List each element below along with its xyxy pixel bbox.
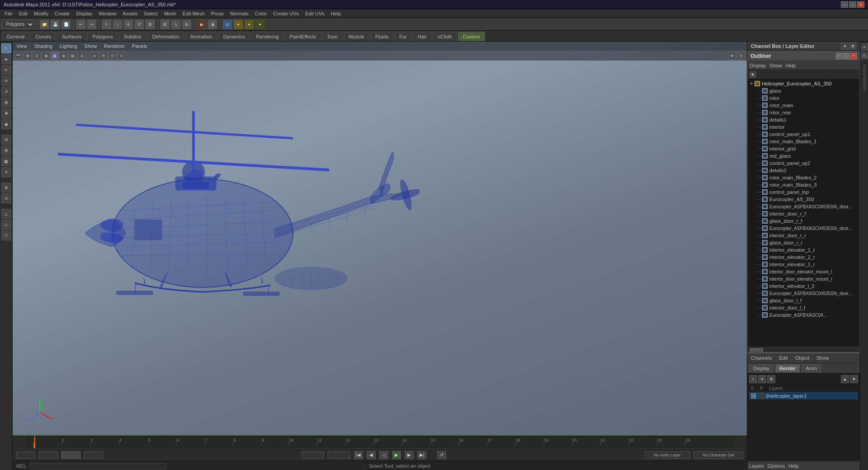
outliner-item-gdl-f[interactable]: ─○ glass_door_l_f bbox=[748, 297, 859, 304]
rotate-tool-button[interactable]: ↺ bbox=[134, 19, 144, 29]
render-button[interactable]: ▶ bbox=[197, 19, 207, 29]
menu-edit-mesh[interactable]: Edit Mesh bbox=[180, 10, 208, 17]
tab-muscle[interactable]: Muscle bbox=[344, 32, 369, 41]
snap-curve-button[interactable]: ∿ bbox=[171, 19, 181, 29]
ae-btn-1[interactable]: ◈ bbox=[861, 43, 868, 51]
new-layer-button[interactable]: + bbox=[749, 375, 757, 383]
menu-edit[interactable]: Edit bbox=[16, 10, 30, 17]
light1-button[interactable]: ● bbox=[233, 19, 243, 29]
current-time-field[interactable]: 1.00 bbox=[39, 451, 58, 459]
object-tab-cb[interactable]: Object bbox=[791, 353, 813, 363]
timeline-ruler[interactable]: 1 2 3 4 5 6 7 bbox=[25, 436, 733, 448]
maximize-button[interactable]: □ bbox=[849, 1, 856, 8]
character-set-display[interactable]: No Character Set bbox=[693, 451, 743, 459]
outliner-item-idr-r[interactable]: ─○ interior_door_r_r bbox=[748, 232, 859, 239]
display-tab[interactable]: Display bbox=[749, 364, 774, 372]
outliner-item-glass[interactable]: ─○ glass bbox=[748, 87, 859, 94]
ae-btn-2[interactable]: ▤ bbox=[861, 52, 868, 59]
tab-curves[interactable]: Curves bbox=[30, 32, 56, 41]
universal-tool-lt[interactable]: ❖ bbox=[1, 108, 11, 118]
outliner-item-euro-last[interactable]: ─○ Eurocopter_ASFBXASC04... bbox=[748, 311, 859, 319]
outliner-close[interactable]: ✕ bbox=[850, 53, 857, 59]
frame-field[interactable]: 1 bbox=[61, 451, 80, 459]
options-label[interactable]: Options bbox=[768, 463, 785, 469]
menu-create-uvs[interactable]: Create UVs bbox=[270, 10, 302, 17]
scale-tool-lt[interactable]: ⊞ bbox=[1, 98, 11, 108]
snap-tool-lt[interactable]: ⊕ bbox=[1, 183, 11, 193]
camera-button[interactable]: ◎ bbox=[222, 19, 232, 29]
helicopter-viewport[interactable] bbox=[13, 61, 747, 436]
scale-tool-button[interactable]: ⊞ bbox=[145, 19, 155, 29]
menu-edit-uvs[interactable]: Edit UVs bbox=[302, 10, 327, 17]
outliner-item-euro-door1[interactable]: ─○ Eurocopter_ASFBXASC04535SN_door... bbox=[748, 203, 859, 210]
open-scene-button[interactable]: 📁 bbox=[39, 19, 49, 29]
vp-isolate-btn[interactable]: ◎ bbox=[78, 52, 86, 60]
menu-normals[interactable]: Normals bbox=[227, 10, 251, 17]
tab-surfaces[interactable]: Surfaces bbox=[57, 32, 86, 41]
vp-depth-btn[interactable]: D bbox=[108, 52, 117, 60]
tab-general[interactable]: General bbox=[2, 32, 29, 41]
menu-help[interactable]: Help bbox=[328, 10, 344, 17]
vp-shading-btn[interactable]: ◑ bbox=[42, 52, 50, 60]
menu-window[interactable]: Window bbox=[96, 10, 119, 17]
tab-dynamics[interactable]: Dynamics bbox=[218, 32, 250, 41]
layer-options-button[interactable]: ⚙ bbox=[767, 375, 775, 383]
tab-subdivs[interactable]: Subdivs bbox=[119, 32, 146, 41]
outliner-item-ielev-1r[interactable]: ─○ interior_elevator_1_r bbox=[748, 261, 859, 268]
outliner-hscroll-thumb[interactable] bbox=[750, 348, 763, 352]
light2-button[interactable]: ● bbox=[244, 19, 254, 29]
go-end-button[interactable]: ▶| bbox=[417, 451, 426, 459]
tab-rendering[interactable]: Rendering bbox=[251, 32, 284, 41]
anim-layer-display[interactable]: No Anim Layer bbox=[645, 451, 690, 459]
play-forward-button[interactable]: ▶ bbox=[392, 451, 401, 459]
outliner-item-gdr-f[interactable]: ─○ glass_door_r_f bbox=[748, 217, 859, 225]
tab-fur[interactable]: Fur bbox=[394, 32, 412, 41]
menu-modify[interactable]: Modify bbox=[31, 10, 51, 17]
vp-menu-renderer[interactable]: Renderer bbox=[104, 43, 125, 49]
go-start-button[interactable]: |◀ bbox=[354, 451, 363, 459]
outliner-item-rotor-main[interactable]: ─○ rotor_main bbox=[748, 102, 859, 109]
outliner-item-details2[interactable]: ─○ details2 bbox=[748, 167, 859, 174]
select-tool-lt[interactable]: ↖ bbox=[1, 43, 11, 53]
select-tool-button[interactable]: ↖ bbox=[102, 19, 112, 29]
vp-grid-btn[interactable]: ⊞ bbox=[24, 52, 32, 60]
outliner-item-idem-r[interactable]: ─○ interior_door_elevator_mount_r bbox=[748, 275, 859, 282]
outliner-minimize[interactable]: ─ bbox=[836, 53, 842, 59]
snap-point-button[interactable]: ⊕ bbox=[182, 19, 192, 29]
menu-select[interactable]: Select bbox=[141, 10, 160, 17]
outliner-root-item[interactable]: ▼ Helicopter_Eurocopter_AS_350 bbox=[748, 80, 859, 87]
vp-xray-btn[interactable]: ◈ bbox=[60, 52, 68, 60]
show-tab-cb[interactable]: Show bbox=[813, 353, 833, 363]
deform-lt[interactable]: ◇ bbox=[1, 220, 11, 230]
outliner-hscrollbar[interactable] bbox=[748, 347, 859, 352]
vp-menu-shading[interactable]: Shading bbox=[34, 43, 52, 49]
rotate-tool-lt[interactable]: ↺ bbox=[1, 87, 11, 97]
outliner-item-rotor-rear[interactable]: ─○ rotor_rear bbox=[748, 109, 859, 116]
anim-end-field[interactable]: 24 bbox=[84, 451, 103, 459]
menu-color[interactable]: Color bbox=[252, 10, 269, 17]
outliner-item-idr-f[interactable]: ─○ interior_door_r_f bbox=[748, 210, 859, 217]
outliner-menu-display[interactable]: Display bbox=[750, 63, 766, 68]
layer-move-up[interactable]: ▲ bbox=[841, 375, 849, 383]
paint-tool-lt[interactable]: ✏ bbox=[1, 65, 11, 75]
render-tab[interactable]: Render bbox=[775, 364, 800, 372]
play-back-button[interactable]: ◁ bbox=[379, 451, 388, 459]
sculpt-lt[interactable]: △ bbox=[1, 209, 11, 219]
pivot-lt[interactable]: ⊙ bbox=[1, 193, 11, 203]
vp-res-btn[interactable]: R bbox=[99, 52, 108, 60]
undo-button[interactable]: ↩ bbox=[76, 19, 86, 29]
tab-deformation[interactable]: Deformation bbox=[147, 32, 184, 41]
redo-button[interactable]: ↪ bbox=[87, 19, 97, 29]
vp-menu-lighting[interactable]: Lighting bbox=[60, 43, 77, 49]
outliner-collapse-all[interactable]: ■ bbox=[750, 71, 756, 78]
mel-input[interactable] bbox=[30, 463, 166, 469]
outliner-menu-help[interactable]: Help bbox=[786, 63, 796, 68]
outliner-item-euro-door2[interactable]: ─○ Eurocopter_ASFBXASC04535SN_door... bbox=[748, 225, 859, 232]
mode-select[interactable]: Polygons bbox=[2, 20, 34, 29]
new-scene-button[interactable]: 📄 bbox=[61, 19, 71, 29]
outliner-item-idem-l[interactable]: ─○ interior_door_elevator_mount_l bbox=[748, 268, 859, 275]
delete-layer-button[interactable]: ✕ bbox=[758, 375, 766, 383]
snap-grid-button[interactable]: ⊞ bbox=[160, 19, 170, 29]
layers-label[interactable]: Layers bbox=[749, 463, 764, 469]
lasso-tool-button[interactable]: ○ bbox=[113, 19, 123, 29]
